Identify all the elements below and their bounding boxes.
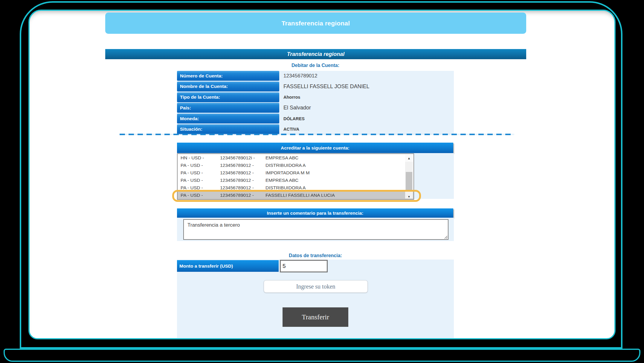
option-country-currency: PA - USD -: [181, 193, 220, 198]
row-label: Nombre de la Cuenta:: [177, 82, 279, 91]
resize-grip-icon: [443, 235, 448, 239]
transfer-page: Transferencia regional Transferencia reg…: [0, 0, 644, 363]
accredit-section-header: Acreditar a la siguiente cuenta:: [177, 143, 453, 153]
row-label: Moneda:: [177, 114, 279, 123]
table-row: Número de Cuenta: 123456789012: [177, 71, 454, 81]
option-account-name: DISTRIBUIDORA A: [265, 185, 306, 190]
section-title: Transferencia regional: [287, 51, 345, 57]
table-row: Moneda: DÓLARES: [177, 114, 454, 123]
transfer-button[interactable]: Transferir: [283, 307, 348, 327]
option-country-currency: PA - USD -: [181, 185, 220, 190]
option-account-name: EMPRESA ABC: [265, 155, 298, 161]
page-title-banner: Transferencia regional: [105, 13, 526, 34]
token-input[interactable]: [264, 280, 368, 293]
comment-textarea[interactable]: Transferencia a tercero: [183, 219, 448, 240]
beneficiary-listbox[interactable]: HN - USD - 123456789012i - EMPRESA ABC P…: [177, 153, 414, 200]
row-value: Ahorros: [279, 92, 454, 102]
listbox-scrollbar[interactable]: ▲ ▼: [405, 155, 413, 199]
amount-input[interactable]: [280, 260, 328, 272]
option-country-currency: PA - USD -: [181, 170, 220, 176]
debit-section-title: Debitar de la Cuenta:: [177, 63, 454, 68]
option-country-currency: PA - USD -: [181, 178, 220, 183]
beneficiary-option[interactable]: PA - USD - 123456789012 - IMPORTADORA M …: [178, 169, 413, 176]
scrollbar-thumb[interactable]: [406, 172, 412, 190]
option-account-name: DISTRIBUIDORA A: [265, 163, 306, 168]
scroll-down-icon[interactable]: ▼: [405, 194, 413, 200]
scroll-up-icon[interactable]: ▲: [405, 155, 413, 162]
table-row: Tipo de la Cuenta: Ahorros: [177, 92, 454, 102]
amount-label: Monto a transferir (USD): [177, 260, 279, 272]
beneficiary-option[interactable]: PA - USD - 123456789012 - DISTRIBUIDORA …: [178, 184, 413, 191]
row-value: FASSELLI FASSELL JOSE DANIEL: [279, 82, 454, 91]
option-account-name: IMPORTADORA M M: [265, 170, 310, 176]
table-row: Nombre de la Cuenta: FASSELLI FASSELL JO…: [177, 82, 454, 91]
beneficiary-option[interactable]: PA - USD - 123456789012 - EMPRESA ABC: [178, 176, 413, 184]
debit-account-table: Número de Cuenta: 123456789012 Nombre de…: [177, 71, 454, 134]
option-account-number: 123456789012i -: [220, 155, 265, 161]
row-value: DÓLARES: [279, 114, 454, 123]
option-account-number: 123456789012 -: [220, 163, 265, 168]
option-account-number: 123456789012 -: [220, 170, 265, 176]
option-account-number: 123456789012 -: [220, 185, 265, 190]
row-value: 123456789012: [279, 71, 454, 81]
row-value: ACTIVA: [279, 124, 454, 134]
table-row: Situación: ACTIVA: [177, 124, 454, 134]
option-account-number: 123456789012 -: [220, 178, 265, 183]
page-title: Transferencia regional: [282, 20, 350, 27]
option-account-name: EMPRESA ABC: [265, 178, 298, 183]
beneficiary-option-selected[interactable]: PA - USD - 123456789012 - FASSELLI FASSE…: [178, 191, 413, 199]
row-label: País:: [177, 103, 279, 113]
option-account-number: 123456789012 -: [220, 193, 265, 198]
table-row: País: El Salvador: [177, 103, 454, 113]
comment-section-header: Inserte un comentario para la transferen…: [177, 208, 453, 218]
beneficiary-option[interactable]: PA - USD - 123456789012 - DISTRIBUIDORA …: [178, 161, 413, 169]
row-label: Situación:: [177, 124, 279, 134]
option-account-name: FASSELLI FASSELLI ANA LUCIA: [265, 193, 335, 198]
row-label: Tipo de la Cuenta:: [177, 92, 279, 102]
section-title-bar: Transferencia regional: [105, 49, 526, 59]
dashed-divider: [120, 134, 514, 135]
row-value: El Salvador: [279, 103, 454, 113]
option-country-currency: HN - USD -: [181, 155, 220, 161]
beneficiary-option[interactable]: HN - USD - 123456789012i - EMPRESA ABC: [178, 154, 413, 161]
transfer-section-title: Datos de transferencia:: [177, 253, 454, 258]
option-country-currency: PA - USD -: [181, 163, 220, 168]
row-label: Número de Cuenta:: [177, 71, 279, 81]
